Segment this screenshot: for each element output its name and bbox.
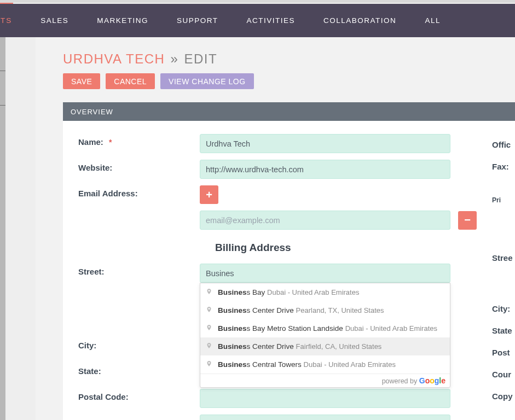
powered-by-text: powered by xyxy=(382,377,419,385)
map-pin-icon xyxy=(206,359,213,370)
email-input[interactable] xyxy=(200,211,450,230)
row-name: Name: * xyxy=(78,134,515,153)
autocomplete-item[interactable]: Business Bay Dubai - United Arab Emirate… xyxy=(200,283,450,301)
autocomplete-dropdown: Business Bay Dubai - United Arab Emirate… xyxy=(200,283,450,388)
main-navbar: TS SALES MARKETING SUPPORT ACTIVITIES CO… xyxy=(0,4,515,37)
label-postal: Postal Code: xyxy=(78,389,200,401)
autocomplete-main: Business Bay Dubai - United Arab Emirate… xyxy=(218,288,359,296)
label-country: Country: xyxy=(78,415,200,420)
row-email-label: Email Address: + xyxy=(78,185,515,204)
nav-item-all[interactable]: ALL xyxy=(410,4,455,37)
autocomplete-item[interactable]: Business Bay Metro Station Landside Duba… xyxy=(200,319,450,337)
action-buttons: SAVE CANCEL VIEW CHANGE LOG xyxy=(63,73,515,89)
country-input[interactable] xyxy=(200,415,450,420)
label-name-text: Name: xyxy=(78,137,103,147)
field-name xyxy=(200,134,452,153)
overview-panel: Name: * Website: Email Address: xyxy=(63,121,515,420)
cancel-button[interactable]: CANCEL xyxy=(106,73,155,89)
overview-section-header: OVERVIEW xyxy=(63,102,515,121)
nav-item-marketing[interactable]: MARKETING xyxy=(83,4,163,37)
field-email-add: + xyxy=(200,185,452,204)
street-input[interactable] xyxy=(200,264,450,283)
autocomplete-main: Business Center Drive Fairfield, CA, Uni… xyxy=(218,342,381,351)
left-sidebar-sep xyxy=(0,105,5,106)
billing-address-header: Billing Address xyxy=(215,242,515,254)
field-street: Business Bay Dubai - United Arab Emirate… xyxy=(200,264,452,283)
autocomplete-main: Business Central Towers Dubai - United A… xyxy=(218,360,396,369)
minus-icon: − xyxy=(464,214,471,226)
label-primary: Pri xyxy=(492,196,515,204)
left-sidebar-sep xyxy=(0,71,5,71)
name-input[interactable] xyxy=(200,134,450,153)
website-input[interactable] xyxy=(200,160,450,179)
required-marker: * xyxy=(106,138,112,147)
google-logo: Google xyxy=(419,376,445,385)
nav-list: TS SALES MARKETING SUPPORT ACTIVITIES CO… xyxy=(0,4,515,37)
overview-title: OVERVIEW xyxy=(71,108,113,116)
label-copy: Copy xyxy=(492,392,515,401)
nav-item-activities[interactable]: ACTIVITIES xyxy=(233,4,310,37)
map-pin-icon xyxy=(206,287,213,298)
plus-icon: + xyxy=(206,189,212,201)
autocomplete-main: Business Bay Metro Station Landside Duba… xyxy=(218,324,437,332)
row-country: Country: xyxy=(78,415,515,420)
autocomplete-item[interactable]: Business Center Drive Fairfield, CA, Uni… xyxy=(200,337,450,355)
label-name: Name: * xyxy=(78,134,200,147)
map-pin-icon xyxy=(206,323,213,334)
label-fax: Fax: xyxy=(492,162,515,171)
add-email-button[interactable]: + xyxy=(200,185,218,204)
row-postal: Postal Code: xyxy=(78,389,515,408)
app-window: TS SALES MARKETING SUPPORT ACTIVITIES CO… xyxy=(0,0,515,420)
breadcrumb: URDHVA TECH » EDIT xyxy=(63,51,515,67)
label-postal-right: Post xyxy=(492,348,515,357)
label-website: Website: xyxy=(78,160,200,172)
map-pin-icon xyxy=(206,341,213,352)
label-state-right: State xyxy=(492,326,515,335)
breadcrumb-brand[interactable]: URDHVA TECH xyxy=(63,51,165,66)
row-email-entry: − xyxy=(78,211,515,230)
spacer xyxy=(78,211,200,214)
nav-item-sales[interactable]: SALES xyxy=(26,4,83,37)
nav-item-accounts[interactable]: TS xyxy=(0,4,26,37)
autocomplete-main: Business Center Drive Pearland, TX, Unit… xyxy=(218,306,384,314)
nav-item-support[interactable]: SUPPORT xyxy=(163,4,233,37)
breadcrumb-page: EDIT xyxy=(184,51,218,66)
label-email: Email Address: xyxy=(78,185,200,198)
remove-email-button[interactable]: − xyxy=(458,211,477,230)
map-pin-icon xyxy=(206,305,213,316)
label-office-phone: Offic xyxy=(492,140,515,149)
breadcrumb-sep: » xyxy=(169,51,180,66)
autocomplete-footer: powered by Google xyxy=(200,374,450,387)
email-entry: − xyxy=(200,211,477,230)
label-street: Street: xyxy=(78,264,200,276)
label-country-right: Cour xyxy=(492,370,515,379)
field-website xyxy=(200,160,452,179)
row-website: Website: xyxy=(78,160,515,179)
right-column-cut: Offic Fax: Pri Stree City: State Post Co… xyxy=(492,136,515,413)
field-country xyxy=(200,415,452,420)
postal-input[interactable] xyxy=(200,389,450,408)
content-area: URDHVA TECH » EDIT SAVE CANCEL VIEW CHAN… xyxy=(36,37,515,420)
label-city: City: xyxy=(78,337,200,350)
autocomplete-item[interactable]: Business Center Drive Pearland, TX, Unit… xyxy=(200,301,450,319)
row-street: Street: Business Bay Dubai - United Arab… xyxy=(78,264,515,283)
field-postal xyxy=(200,389,452,408)
autocomplete-item[interactable]: Business Central Towers Dubai - United A… xyxy=(200,355,450,374)
left-sidebar-strip xyxy=(0,37,5,420)
save-button[interactable]: SAVE xyxy=(63,73,100,89)
label-street-right: Stree xyxy=(492,253,515,262)
nav-item-collaboration[interactable]: COLLABORATION xyxy=(309,4,410,37)
label-city-right: City: xyxy=(492,304,515,313)
label-state: State: xyxy=(78,363,200,376)
view-changelog-button[interactable]: VIEW CHANGE LOG xyxy=(160,73,254,89)
